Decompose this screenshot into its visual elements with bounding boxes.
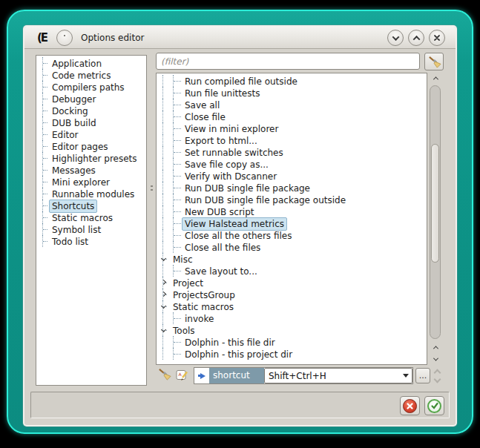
desktop-background: (E Options editor Application Code metri…: [0, 0, 480, 448]
title-bar[interactable]: (E Options editor: [24, 27, 456, 49]
app-logo-icon: (E: [37, 30, 47, 45]
property-name[interactable]: shortcut: [209, 368, 264, 383]
filter-input[interactable]: [156, 53, 420, 70]
edit-shortcut-button[interactable]: A: [176, 369, 188, 384]
tree-row[interactable]: ProjectsGroup: [157, 289, 427, 300]
sidebar-item[interactable]: Debugger: [36, 93, 146, 105]
more-options-button[interactable]: ...: [415, 368, 430, 383]
tree-guide: [162, 241, 163, 253]
sidebar-item[interactable]: Static macros: [36, 211, 146, 223]
shortcut-value-combobox[interactable]: Shift+Ctrl+H: [264, 368, 412, 383]
scrollbar-thumb[interactable]: [431, 144, 439, 263]
tree-connector: [174, 164, 181, 165]
tree-guide: [162, 348, 163, 360]
sidebar-item[interactable]: Shortcuts: [36, 200, 146, 211]
tree-row[interactable]: Close all the others files: [157, 229, 427, 241]
tree-row[interactable]: View Halstead metrics: [157, 217, 427, 229]
scroll-up-button-bottom[interactable]: [428, 342, 443, 352]
tree-row[interactable]: Run file unittests: [157, 87, 427, 99]
clear-shortcut-button[interactable]: [157, 367, 171, 384]
sidebar-item[interactable]: DUB build: [36, 116, 146, 128]
sidebar-item[interactable]: Mini explorer: [36, 176, 146, 188]
accept-button[interactable]: [424, 396, 444, 415]
tree-connector: [43, 158, 47, 159]
chevron-icon[interactable]: [162, 304, 168, 310]
tree-row[interactable]: Close file: [157, 111, 427, 122]
window-menu-button[interactable]: [56, 30, 73, 46]
chevron-icon[interactable]: [162, 328, 168, 334]
options-editor-dialog: (E Options editor Application Code metri…: [24, 27, 456, 425]
tree-connector: [43, 99, 47, 99]
edit-shortcut-icon: A: [176, 369, 188, 381]
tree-row[interactable]: Static macros: [157, 300, 427, 312]
tree-row[interactable]: invoke: [157, 312, 427, 324]
sidebar-item[interactable]: Application: [36, 57, 146, 69]
sidebar-item[interactable]: Runnable modules: [36, 188, 146, 200]
clear-filter-button[interactable]: [424, 53, 444, 70]
tree-row[interactable]: Run DUB single file package outside: [157, 194, 427, 205]
sidebar-item[interactable]: Symbol list: [36, 223, 146, 235]
shortcuts-tree: Run compiled file outside Run file unitt…: [156, 73, 427, 365]
tree-guide: [162, 336, 163, 348]
broom-icon: [427, 55, 441, 69]
tree-row[interactable]: Export to html...: [157, 134, 427, 146]
sidebar-item-label: Todo list: [49, 235, 91, 248]
tree-row[interactable]: Run compiled file outside: [157, 75, 427, 87]
scroll-up-button[interactable]: [428, 73, 443, 83]
splitter-grip-icon: [151, 185, 153, 193]
tree-guide: [162, 146, 163, 158]
tree-row[interactable]: Set runnable switches: [157, 146, 427, 158]
tree-row[interactable]: Tools: [157, 324, 427, 336]
chevron-down-icon: [403, 374, 409, 378]
tree-connector: [43, 146, 47, 147]
sidebar-item[interactable]: Highlighter presets: [36, 152, 146, 164]
tree-connector: [43, 122, 47, 123]
chevron-up-icon: [433, 346, 438, 351]
chevron-icon[interactable]: [162, 292, 168, 298]
tree-connector: [174, 235, 181, 236]
tree-guide: [162, 205, 163, 217]
tree-connector: [174, 318, 181, 319]
chevron-icon[interactable]: [162, 280, 168, 286]
tree-guide: [162, 312, 163, 324]
tree-row[interactable]: View in mini explorer: [157, 122, 427, 134]
tree-row[interactable]: Misc: [157, 253, 427, 265]
scrollbar-track[interactable]: [430, 85, 441, 339]
tree-connector: [43, 205, 47, 206]
tree-row[interactable]: Verify with Dscanner: [157, 170, 427, 182]
tree-row[interactable]: Run DUB single file package: [157, 182, 427, 194]
tree-connector: [43, 111, 47, 111]
tree-row[interactable]: New DUB script: [157, 205, 427, 217]
tree-guide: [162, 182, 163, 194]
sidebar-item[interactable]: Todo list: [36, 235, 146, 247]
sidebar-item[interactable]: Messages: [36, 164, 146, 176]
category-list: Application Code metrics Compilers paths…: [36, 55, 147, 386]
tree-row[interactable]: Save file copy as...: [157, 158, 427, 170]
chevron-icon[interactable]: [162, 257, 168, 263]
cancel-button[interactable]: [400, 396, 420, 415]
tree-connector: [174, 247, 181, 248]
tree-row[interactable]: Save layout to...: [157, 265, 427, 277]
tree-guide: [162, 134, 163, 146]
pane-splitter[interactable]: [149, 55, 155, 386]
scroll-down-button[interactable]: [428, 354, 443, 364]
tree-row[interactable]: Project: [157, 277, 427, 289]
sidebar-item[interactable]: Editor pages: [36, 140, 146, 152]
combo-dropdown-button[interactable]: [399, 369, 412, 383]
sidebar-item[interactable]: Docking: [36, 105, 146, 116]
maximize-button[interactable]: [408, 30, 424, 46]
tree-row[interactable]: Dolphin - this file dir: [157, 336, 427, 348]
tree-row[interactable]: Save all: [157, 99, 427, 111]
tree-guide: [162, 170, 163, 182]
sidebar-item[interactable]: Code metrics: [36, 69, 146, 81]
minimize-button[interactable]: [387, 30, 404, 46]
tree-scrollbar[interactable]: [428, 73, 443, 365]
button-bar: [30, 392, 450, 418]
cancel-x-icon: [403, 399, 417, 413]
sidebar-item[interactable]: Compilers paths: [36, 81, 146, 93]
sidebar-item[interactable]: Editor: [36, 128, 146, 140]
tree-row[interactable]: Dolphin - this project dir: [157, 348, 427, 360]
tree-row[interactable]: Close all the files: [157, 241, 427, 253]
close-button[interactable]: [429, 30, 445, 46]
tree-connector: [43, 170, 47, 171]
